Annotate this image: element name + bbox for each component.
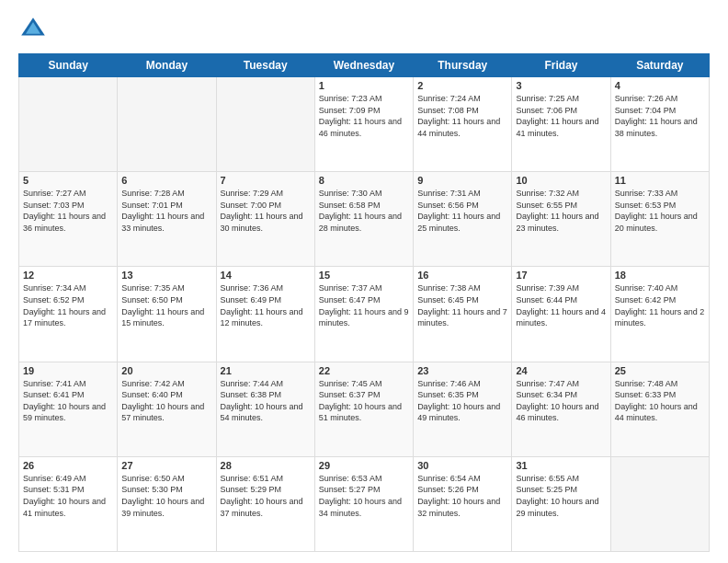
calendar-cell: 26Sunrise: 6:49 AM Sunset: 5:31 PM Dayli… (19, 456, 118, 551)
day-number: 2 (417, 80, 507, 91)
calendar-week-row: 26Sunrise: 6:49 AM Sunset: 5:31 PM Dayli… (19, 456, 710, 551)
day-number: 13 (121, 270, 211, 281)
calendar-cell: 1Sunrise: 7:23 AM Sunset: 7:09 PM Daylig… (314, 77, 413, 172)
cell-info: Sunrise: 6:54 AM Sunset: 5:26 PM Dayligh… (417, 473, 507, 519)
day-number: 31 (516, 460, 606, 471)
cell-info: Sunrise: 7:40 AM Sunset: 6:42 PM Dayligh… (615, 282, 705, 328)
day-number: 12 (23, 270, 113, 281)
calendar-cell: 4Sunrise: 7:26 AM Sunset: 7:04 PM Daylig… (610, 77, 709, 172)
day-header: Tuesday (216, 54, 314, 77)
calendar-cell: 14Sunrise: 7:36 AM Sunset: 6:49 PM Dayli… (216, 267, 314, 362)
logo (18, 15, 53, 44)
cell-info: Sunrise: 7:47 AM Sunset: 6:34 PM Dayligh… (516, 378, 606, 424)
cell-info: Sunrise: 6:49 AM Sunset: 5:31 PM Dayligh… (23, 473, 113, 519)
cell-info: Sunrise: 6:50 AM Sunset: 5:30 PM Dayligh… (121, 473, 211, 519)
day-number: 19 (23, 365, 113, 376)
day-number: 28 (221, 460, 311, 471)
calendar-cell: 29Sunrise: 6:53 AM Sunset: 5:27 PM Dayli… (314, 456, 413, 551)
page: SundayMondayTuesdayWednesdayThursdayFrid… (0, 0, 728, 563)
day-number: 23 (417, 365, 507, 376)
calendar-cell: 5Sunrise: 7:27 AM Sunset: 7:03 PM Daylig… (19, 172, 118, 267)
header (18, 15, 710, 44)
calendar-cell: 18Sunrise: 7:40 AM Sunset: 6:42 PM Dayli… (610, 267, 709, 362)
day-number: 18 (615, 270, 705, 281)
day-number: 10 (516, 175, 606, 186)
day-number: 27 (121, 460, 211, 471)
cell-info: Sunrise: 7:44 AM Sunset: 6:38 PM Dayligh… (221, 378, 311, 424)
calendar-cell (216, 77, 314, 172)
cell-info: Sunrise: 7:25 AM Sunset: 7:06 PM Dayligh… (516, 93, 606, 139)
cell-info: Sunrise: 7:29 AM Sunset: 7:00 PM Dayligh… (221, 188, 311, 234)
cell-info: Sunrise: 7:38 AM Sunset: 6:45 PM Dayligh… (417, 282, 507, 328)
calendar-cell (118, 77, 216, 172)
day-number: 4 (615, 80, 705, 91)
calendar-cell: 7Sunrise: 7:29 AM Sunset: 7:00 PM Daylig… (216, 172, 314, 267)
day-number: 16 (417, 270, 507, 281)
day-number: 29 (319, 460, 409, 471)
calendar-week-row: 19Sunrise: 7:41 AM Sunset: 6:41 PM Dayli… (19, 362, 710, 456)
day-number: 21 (221, 365, 311, 376)
calendar-cell: 30Sunrise: 6:54 AM Sunset: 5:26 PM Dayli… (414, 456, 512, 551)
cell-info: Sunrise: 7:42 AM Sunset: 6:40 PM Dayligh… (121, 378, 211, 424)
cell-info: Sunrise: 7:41 AM Sunset: 6:41 PM Dayligh… (23, 378, 113, 424)
calendar-cell: 31Sunrise: 6:55 AM Sunset: 5:25 PM Dayli… (512, 456, 610, 551)
day-number: 8 (319, 175, 409, 186)
cell-info: Sunrise: 7:26 AM Sunset: 7:04 PM Dayligh… (615, 93, 705, 139)
day-header: Monday (118, 54, 216, 77)
calendar-cell: 10Sunrise: 7:32 AM Sunset: 6:55 PM Dayli… (512, 172, 610, 267)
day-number: 26 (23, 460, 113, 471)
day-number: 20 (121, 365, 211, 376)
day-number: 6 (121, 175, 211, 186)
day-number: 24 (516, 365, 606, 376)
day-number: 22 (319, 365, 409, 376)
calendar-cell (19, 77, 118, 172)
calendar-cell: 21Sunrise: 7:44 AM Sunset: 6:38 PM Dayli… (216, 362, 314, 456)
day-header: Wednesday (314, 54, 413, 77)
calendar-cell: 15Sunrise: 7:37 AM Sunset: 6:47 PM Dayli… (314, 267, 413, 362)
calendar-week-row: 12Sunrise: 7:34 AM Sunset: 6:52 PM Dayli… (19, 267, 710, 362)
cell-info: Sunrise: 7:33 AM Sunset: 6:53 PM Dayligh… (615, 188, 705, 234)
day-number: 7 (221, 175, 311, 186)
day-number: 1 (319, 80, 409, 91)
cell-info: Sunrise: 7:34 AM Sunset: 6:52 PM Dayligh… (23, 282, 113, 328)
cell-info: Sunrise: 7:35 AM Sunset: 6:50 PM Dayligh… (121, 282, 211, 328)
day-number: 30 (417, 460, 507, 471)
cell-info: Sunrise: 6:51 AM Sunset: 5:29 PM Dayligh… (221, 473, 311, 519)
day-number: 3 (516, 80, 606, 91)
cell-info: Sunrise: 7:30 AM Sunset: 6:58 PM Dayligh… (319, 188, 409, 234)
cell-info: Sunrise: 7:46 AM Sunset: 6:35 PM Dayligh… (417, 378, 507, 424)
calendar-cell: 27Sunrise: 6:50 AM Sunset: 5:30 PM Dayli… (118, 456, 216, 551)
calendar-cell: 2Sunrise: 7:24 AM Sunset: 7:08 PM Daylig… (414, 77, 512, 172)
cell-info: Sunrise: 7:39 AM Sunset: 6:44 PM Dayligh… (516, 282, 606, 328)
cell-info: Sunrise: 7:45 AM Sunset: 6:37 PM Dayligh… (319, 378, 409, 424)
cell-info: Sunrise: 7:48 AM Sunset: 6:33 PM Dayligh… (615, 378, 705, 424)
day-number: 14 (221, 270, 311, 281)
cell-info: Sunrise: 7:37 AM Sunset: 6:47 PM Dayligh… (319, 282, 409, 328)
calendar-header-row: SundayMondayTuesdayWednesdayThursdayFrid… (19, 54, 710, 77)
day-number: 25 (615, 365, 705, 376)
cell-info: Sunrise: 7:24 AM Sunset: 7:08 PM Dayligh… (417, 93, 507, 139)
calendar-week-row: 1Sunrise: 7:23 AM Sunset: 7:09 PM Daylig… (19, 77, 710, 172)
cell-info: Sunrise: 7:32 AM Sunset: 6:55 PM Dayligh… (516, 188, 606, 234)
calendar-cell: 9Sunrise: 7:31 AM Sunset: 6:56 PM Daylig… (414, 172, 512, 267)
cell-info: Sunrise: 7:27 AM Sunset: 7:03 PM Dayligh… (23, 188, 113, 234)
calendar-cell: 19Sunrise: 7:41 AM Sunset: 6:41 PM Dayli… (19, 362, 118, 456)
calendar-cell: 28Sunrise: 6:51 AM Sunset: 5:29 PM Dayli… (216, 456, 314, 551)
day-number: 15 (319, 270, 409, 281)
cell-info: Sunrise: 7:36 AM Sunset: 6:49 PM Dayligh… (221, 282, 311, 328)
calendar-cell: 12Sunrise: 7:34 AM Sunset: 6:52 PM Dayli… (19, 267, 118, 362)
day-number: 11 (615, 175, 705, 186)
cell-info: Sunrise: 7:23 AM Sunset: 7:09 PM Dayligh… (319, 93, 409, 139)
calendar-cell: 8Sunrise: 7:30 AM Sunset: 6:58 PM Daylig… (314, 172, 413, 267)
calendar-cell: 20Sunrise: 7:42 AM Sunset: 6:40 PM Dayli… (118, 362, 216, 456)
calendar-cell: 3Sunrise: 7:25 AM Sunset: 7:06 PM Daylig… (512, 77, 610, 172)
cell-info: Sunrise: 7:28 AM Sunset: 7:01 PM Dayligh… (121, 188, 211, 234)
day-number: 9 (417, 175, 507, 186)
calendar-cell: 24Sunrise: 7:47 AM Sunset: 6:34 PM Dayli… (512, 362, 610, 456)
calendar-cell (610, 456, 709, 551)
calendar-cell: 17Sunrise: 7:39 AM Sunset: 6:44 PM Dayli… (512, 267, 610, 362)
calendar-body: 1Sunrise: 7:23 AM Sunset: 7:09 PM Daylig… (19, 77, 710, 552)
cell-info: Sunrise: 7:31 AM Sunset: 6:56 PM Dayligh… (417, 188, 507, 234)
calendar-table: SundayMondayTuesdayWednesdayThursdayFrid… (18, 53, 710, 552)
day-number: 17 (516, 270, 606, 281)
